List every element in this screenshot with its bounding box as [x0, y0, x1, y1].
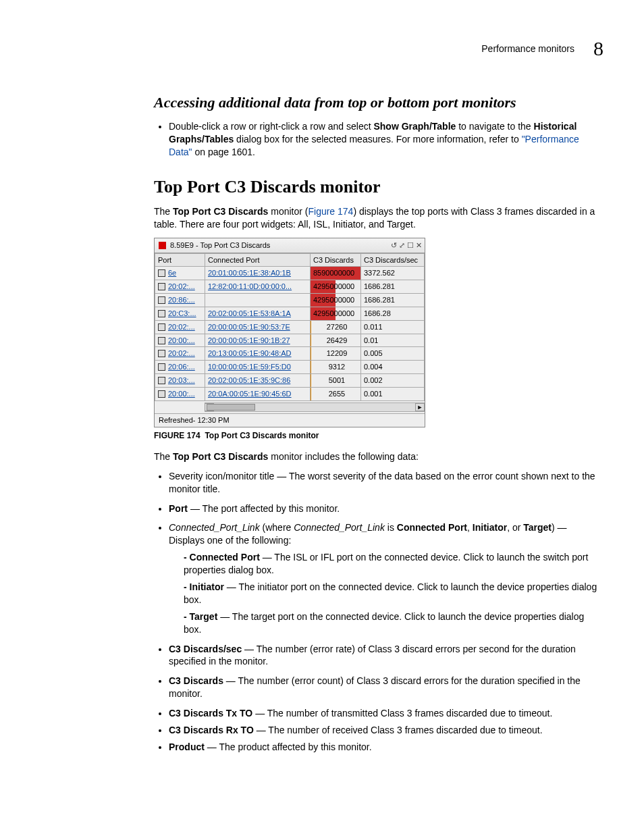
connected-port-link[interactable]: 20:0A:00:05:1E:90:45:6D — [208, 390, 292, 398]
table-row[interactable]: 20:03:...20:02:00:05:1E:35:9C:8650010.00… — [155, 374, 425, 388]
discards-cell: 8590000000 — [311, 267, 361, 280]
table-row[interactable]: 20:00:...20:0A:00:05:1E:90:45:6D26550.00… — [155, 388, 425, 401]
table-row[interactable]: 20:86:...42950000001686.281 — [155, 294, 425, 307]
data-item-product: Product — The product affected by this m… — [169, 741, 603, 754]
scroll-right-arrow[interactable]: ► — [415, 403, 425, 411]
widget-scroll-row: ◄ ► — [155, 401, 425, 413]
refresh-icon[interactable]: ↺ — [391, 240, 397, 251]
connected-port-link[interactable]: 20:01:00:05:1E:38:A0:1B — [208, 269, 291, 277]
rate-cell: 1686.28 — [361, 307, 425, 320]
connected-port-link[interactable]: 20:02:00:05:1E:35:9C:86 — [208, 376, 290, 384]
port-cell: 20:86:... — [155, 294, 205, 307]
port-icon — [158, 377, 165, 384]
port-link[interactable]: 20:C3:... — [168, 309, 196, 319]
option: Connected Port — [397, 522, 467, 533]
port-link[interactable]: 20:86:... — [168, 295, 195, 305]
data-item-rate: C3 Discards/sec — The number (error rate… — [169, 643, 603, 669]
desc: — The target port on the connected devic… — [184, 611, 584, 635]
connected-port-link[interactable]: 20:02:00:05:1E:53:8A:1A — [208, 309, 291, 317]
running-head: Performance monitors 8 — [65, 35, 603, 63]
port-icon — [158, 363, 165, 371]
figure-xref[interactable]: Figure 174 — [308, 206, 353, 217]
port-cell: 20:06:... — [155, 361, 205, 374]
table-row[interactable]: 20:C3:...20:02:00:05:1E:53:8A:1A42950000… — [155, 307, 425, 320]
monitor-name: Top Port C3 Discards — [173, 451, 268, 462]
varname: Connected_Port_Link — [294, 522, 385, 533]
port-cell: 20:03:... — [155, 374, 205, 388]
term: C3 Discards Rx TO — [169, 725, 254, 735]
col-rate[interactable]: C3 Discards/sec — [361, 253, 425, 267]
term: Connected Port — [190, 552, 260, 563]
widget-toolbar: ↺ ⤢ ☐ ✕ — [391, 240, 422, 251]
subitem-initiator: Initiator — The initiator port on the co… — [184, 581, 603, 606]
term: Target — [190, 611, 218, 622]
nav-instruction: Double-click a row or right-click a row … — [169, 120, 603, 159]
discards-cell: 2655 — [311, 388, 361, 401]
connected-port-cell: 20:02:00:05:1E:53:8A:1A — [205, 307, 311, 320]
maximize-icon[interactable]: ☐ — [407, 240, 414, 251]
data-item-port: Port — The port affected by this monitor… — [169, 502, 603, 515]
connected-port-link[interactable]: 20:00:00:05:1E:90:53:7E — [208, 323, 290, 331]
table-row[interactable]: 20:02:...12:82:00:11:0D:00:00:0...429500… — [155, 280, 425, 294]
section-heading: Top Port C3 Discards monitor — [154, 175, 603, 199]
connected-port-link[interactable]: 12:82:00:11:0D:00:00:0... — [208, 282, 292, 290]
expand-icon[interactable]: ⤢ — [399, 240, 405, 251]
rate-cell: 0.004 — [361, 361, 425, 374]
rate-cell: 0.005 — [361, 347, 425, 361]
discards-cell: 26429 — [311, 334, 361, 347]
connected-port-cell: 20:13:00:05:1E:90:48:AD — [205, 347, 311, 361]
table-row[interactable]: 6e20:01:00:05:1E:38:A0:1B85900000003372.… — [155, 267, 425, 280]
desc: — The number (error count) of Class 3 di… — [169, 675, 581, 699]
table-row[interactable]: 20:02:...20:00:00:05:1E:90:53:7E272600.0… — [155, 320, 425, 334]
discards-value: 26429 — [311, 336, 360, 346]
table-row[interactable]: 20:00:...20:00:00:05:1E:90:1B:27264290.0… — [155, 334, 425, 347]
connected-port-cell: 20:00:00:05:1E:90:1B:27 — [205, 334, 311, 347]
text: dialog box for the selected measures. Fo… — [234, 134, 521, 145]
discards-cell: 27260 — [311, 320, 361, 334]
horizontal-scrollbar[interactable]: ◄ ► — [205, 402, 425, 412]
port-link[interactable]: 20:02:... — [168, 322, 195, 332]
col-port[interactable]: Port — [155, 253, 205, 267]
desc: — The number of transmitted Class 3 fram… — [252, 708, 552, 719]
rate-cell: 1686.281 — [361, 280, 425, 294]
port-cell: 6e — [155, 267, 205, 280]
widget-title-text: 8.59E9 - Top Port C3 Discards — [170, 240, 270, 251]
port-icon — [158, 350, 165, 357]
text: (where — [260, 522, 294, 533]
port-link[interactable]: 20:02:... — [168, 348, 195, 359]
top-port-widget: 8.59E9 - Top Port C3 Discards ↺ ⤢ ☐ ✕ Po… — [154, 238, 425, 427]
connected-port-link[interactable]: 20:00:00:05:1E:90:1B:27 — [208, 336, 290, 344]
connected-port-cell — [205, 294, 311, 307]
desc: — The number of received Class 3 frames … — [254, 725, 543, 735]
menu-command: Show Graph/Table — [373, 121, 456, 132]
discards-value: 4295000000 — [311, 309, 360, 319]
port-link[interactable]: 20:03:... — [168, 375, 195, 386]
close-icon[interactable]: ✕ — [416, 240, 422, 251]
port-link[interactable]: 20:02:... — [168, 282, 195, 292]
data-item-connected-port: Connected_Port_Link (where Connected_Por… — [169, 521, 603, 635]
rate-cell: 3372.562 — [361, 267, 425, 280]
text: The — [154, 206, 173, 217]
table-row[interactable]: 20:06:...10:00:00:05:1E:59:F5:D093120.00… — [155, 361, 425, 374]
connected-port-link[interactable]: 10:00:00:05:1E:59:F5:D0 — [208, 363, 291, 371]
connected-port-cell: 10:00:00:05:1E:59:F5:D0 — [205, 361, 311, 374]
port-link[interactable]: 20:00:... — [168, 336, 195, 346]
port-link[interactable]: 6e — [168, 268, 176, 278]
connected-port-link[interactable]: 20:13:00:05:1E:90:48:AD — [208, 349, 292, 357]
table-row[interactable]: 20:02:...20:13:00:05:1E:90:48:AD122090.0… — [155, 347, 425, 361]
connected-port-cell: 20:0A:00:05:1E:90:45:6D — [205, 388, 311, 401]
scroll-thumb[interactable] — [207, 404, 255, 411]
discards-cell: 4295000000 — [311, 294, 361, 307]
port-link[interactable]: 20:00:... — [168, 389, 195, 399]
col-discards[interactable]: C3 Discards — [311, 253, 361, 267]
subitem-target: Target — The target port on the connecte… — [184, 610, 603, 636]
data-item-count: C3 Discards — The number (error count) o… — [169, 675, 603, 700]
port-icon — [158, 337, 165, 344]
port-link[interactable]: 20:06:... — [168, 362, 195, 372]
discards-value: 2655 — [311, 389, 360, 399]
monitor-name: Top Port C3 Discards — [173, 206, 268, 217]
rate-cell: 0.001 — [361, 388, 425, 401]
figure-label: FIGURE 174 — [154, 431, 200, 440]
subsection-heading: Accessing additional data from top or bo… — [154, 93, 603, 113]
col-connport[interactable]: Connected Port — [205, 253, 311, 267]
